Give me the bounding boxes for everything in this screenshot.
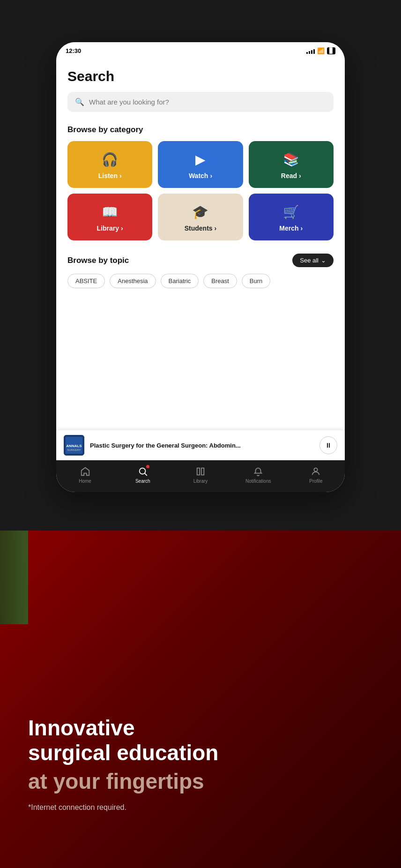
read-label: Read › [281, 172, 301, 180]
category-read[interactable]: 📚 Read › [249, 141, 334, 188]
topic-breast[interactable]: Breast [203, 274, 237, 288]
pause-icon: ⏸ [325, 441, 332, 449]
play-icon: ▶︎ [195, 152, 206, 167]
read-icon: 📚 [283, 152, 299, 167]
nav-library-label: Library [193, 479, 208, 484]
nav-notifications[interactable]: Notifications [230, 466, 287, 484]
graduation-icon: 🎓 [192, 204, 208, 220]
see-all-button[interactable]: See all ⌄ [292, 254, 334, 267]
category-students[interactable]: 🎓 Students › [158, 194, 243, 240]
status-icons: 📶 ▊ [306, 47, 335, 54]
browse-category-heading: Browse by category [67, 125, 334, 135]
battery-icon: ▊ [327, 47, 335, 54]
status-time: 12:30 [66, 47, 81, 54]
search-input[interactable] [89, 98, 326, 106]
svg-line-5 [145, 473, 147, 475]
nav-library[interactable]: Library [171, 466, 229, 484]
bottom-nav: Home Search Library [56, 460, 345, 492]
watch-label: Watch › [189, 172, 212, 180]
nav-home-label: Home [79, 479, 91, 484]
bottom-section: Innovative surgical education at your fi… [0, 531, 401, 868]
wifi-icon: 📶 [317, 47, 325, 54]
nav-profile[interactable]: Profile [287, 466, 345, 484]
listen-label: Listen › [98, 172, 122, 180]
home-icon [80, 466, 90, 477]
disclaimer: *Internet connection required. [28, 803, 382, 812]
thumbnail-svg: ANNALS SURGERY [64, 435, 84, 456]
now-playing-info: Plastic Surgery for the General Surgeon:… [90, 442, 314, 449]
svg-text:SURGERY: SURGERY [67, 449, 81, 451]
topic-pills: ABSITE Anesthesia Bariatric Breast Burn [67, 274, 334, 288]
headphones-icon: 🎧 [102, 152, 118, 167]
category-library[interactable]: 📖 Library › [67, 194, 152, 240]
topic-absite[interactable]: ABSITE [67, 274, 105, 288]
category-listen[interactable]: 🎧 Listen › [67, 141, 152, 188]
now-playing-title: Plastic Surgery for the General Surgeon:… [90, 442, 314, 449]
topic-header-row: Browse by topic See all ⌄ [67, 254, 334, 267]
category-watch[interactable]: ▶︎ Watch › [158, 141, 243, 188]
bottom-text-content: Innovative surgical education at your fi… [28, 716, 382, 812]
status-bar: 12:30 📶 ▊ [56, 42, 345, 59]
nav-home[interactable]: Home [56, 466, 114, 484]
now-playing-thumbnail: ANNALS SURGERY [64, 435, 84, 456]
signal-bars-icon [306, 47, 315, 54]
library-icon: 📖 [102, 204, 118, 220]
now-playing-bar[interactable]: ANNALS SURGERY Plastic Surgery for the G… [56, 430, 345, 460]
topic-anesthesia[interactable]: Anesthesia [110, 274, 156, 288]
subheadline: at your fingertips [28, 769, 382, 794]
search-bar[interactable]: 🔍 [67, 92, 334, 112]
pause-button[interactable]: ⏸ [319, 436, 337, 454]
main-content: Search 🔍 Browse by category 🎧 Listen › ▶… [56, 59, 345, 460]
topic-burn[interactable]: Burn [242, 274, 270, 288]
merch-label: Merch › [279, 224, 303, 232]
nav-notifications-label: Notifications [245, 479, 271, 484]
phone-mockup: 12:30 📶 ▊ Search 🔍 Browse by category 🎧 [56, 42, 345, 492]
bottom-background [0, 531, 401, 868]
nav-search[interactable]: Search [114, 466, 171, 484]
library-nav-icon [195, 466, 206, 477]
students-label: Students › [185, 224, 217, 232]
nav-search-label: Search [135, 479, 150, 484]
browse-topic-heading: Browse by topic [67, 256, 129, 265]
search-notification-dot [146, 465, 149, 468]
page-title: Search [67, 68, 334, 84]
category-grid: 🎧 Listen › ▶︎ Watch › 📚 Read › [67, 141, 334, 240]
cart-icon: 🛒 [283, 204, 299, 220]
nav-profile-label: Profile [309, 479, 322, 484]
headline-line1: Innovative surgical education [28, 716, 382, 765]
bell-icon [253, 466, 263, 477]
topic-bariatric[interactable]: Bariatric [161, 274, 199, 288]
chevron-down-icon: ⌄ [321, 257, 326, 264]
search-icon: 🔍 [75, 97, 84, 106]
svg-text:ANNALS: ANNALS [66, 444, 82, 448]
svg-point-6 [314, 468, 318, 471]
profile-icon [311, 466, 321, 477]
library-label: Library › [97, 224, 123, 232]
bottom-image-overlay [0, 531, 28, 624]
category-merch[interactable]: 🛒 Merch › [249, 194, 334, 240]
